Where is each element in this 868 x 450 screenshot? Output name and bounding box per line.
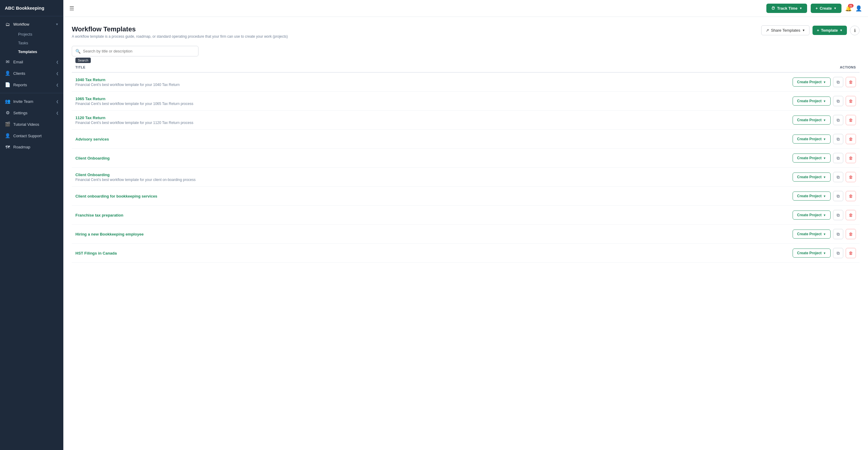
sidebar-item-label: Clients bbox=[13, 71, 25, 76]
info-icon: ℹ bbox=[854, 28, 856, 33]
create-project-button[interactable]: Create Project ▼ bbox=[793, 248, 831, 258]
notification-button[interactable]: 🔔 31 bbox=[845, 5, 852, 12]
copy-icon: ⧉ bbox=[837, 193, 840, 199]
email-icon: ✉ bbox=[5, 59, 10, 64]
delete-template-button[interactable]: 🗑 bbox=[846, 115, 856, 125]
sidebar-item-contact-support[interactable]: 👤 Contact Support bbox=[0, 130, 63, 142]
delete-template-button[interactable]: 🗑 bbox=[846, 77, 856, 87]
trash-icon: 🗑 bbox=[849, 175, 853, 179]
create-project-button[interactable]: Create Project ▼ bbox=[793, 116, 831, 125]
delete-template-button[interactable]: 🗑 bbox=[846, 172, 856, 182]
copy-template-button[interactable]: ⧉ bbox=[833, 153, 843, 163]
sidebar-item-workflow[interactable]: 🗂 Workflow ▼ bbox=[0, 19, 63, 30]
create-project-button[interactable]: Create Project ▼ bbox=[793, 230, 831, 239]
template-title-link[interactable]: 1120 Tax Return bbox=[75, 116, 575, 120]
copy-template-button[interactable]: ⧉ bbox=[833, 191, 843, 201]
sidebar-item-reports[interactable]: 📄 Reports ❮ bbox=[0, 79, 63, 90]
chevron-down-icon: ▼ bbox=[802, 29, 805, 32]
sidebar: ABC Bookkeeping 🗂 Workflow ▼ Projects Ta… bbox=[0, 0, 63, 450]
chevron-right-icon: ❮ bbox=[56, 72, 59, 75]
actions-container: Create Project ▼ ⧉ 🗑 bbox=[582, 191, 856, 201]
copy-template-button[interactable]: ⧉ bbox=[833, 134, 843, 144]
copy-template-button[interactable]: ⧉ bbox=[833, 115, 843, 125]
template-label: Template bbox=[821, 28, 838, 33]
menu-icon[interactable]: ☰ bbox=[69, 5, 74, 12]
workflow-icon: 🗂 bbox=[5, 22, 10, 27]
add-template-button[interactable]: + Template ▼ bbox=[812, 26, 847, 35]
trash-icon: 🗑 bbox=[849, 137, 853, 142]
app-logo: ABC Bookkeeping bbox=[0, 0, 63, 16]
copy-template-button[interactable]: ⧉ bbox=[833, 172, 843, 182]
delete-template-button[interactable]: 🗑 bbox=[846, 191, 856, 201]
create-project-button[interactable]: Create Project ▼ bbox=[793, 173, 831, 182]
copy-icon: ⧉ bbox=[837, 80, 840, 85]
copy-template-button[interactable]: ⧉ bbox=[833, 229, 843, 239]
copy-icon: ⧉ bbox=[837, 251, 840, 256]
sidebar-item-email[interactable]: ✉ Email ❮ bbox=[0, 56, 63, 67]
roadmap-icon: 🗺 bbox=[5, 145, 10, 150]
template-title-link[interactable]: Franchise tax preparation bbox=[75, 213, 575, 217]
chevron-down-icon: ▼ bbox=[823, 119, 826, 122]
create-project-button[interactable]: Create Project ▼ bbox=[793, 153, 831, 162]
actions-cell: Create Project ▼ ⧉ 🗑 bbox=[579, 225, 860, 244]
actions-container: Create Project ▼ ⧉ 🗑 bbox=[582, 248, 856, 258]
table-row: Client onboarding for bookkeeping servic… bbox=[72, 187, 860, 206]
template-title-link[interactable]: 1065 Tax Return bbox=[75, 96, 575, 101]
create-project-button[interactable]: Create Project ▼ bbox=[793, 211, 831, 219]
contact-support-icon: 👤 bbox=[5, 133, 10, 139]
sidebar-item-templates[interactable]: Templates bbox=[13, 47, 63, 56]
sidebar-item-projects[interactable]: Projects bbox=[13, 30, 63, 39]
create-button[interactable]: + Create ▼ bbox=[811, 4, 841, 13]
template-title-link[interactable]: HST Filings in Canada bbox=[75, 251, 575, 256]
copy-template-button[interactable]: ⧉ bbox=[833, 210, 843, 220]
create-project-button[interactable]: Create Project ▼ bbox=[793, 78, 831, 87]
create-project-button[interactable]: Create Project ▼ bbox=[793, 96, 831, 106]
search-icon: 🔍 bbox=[75, 49, 81, 54]
delete-template-button[interactable]: 🗑 bbox=[846, 248, 856, 258]
track-time-button[interactable]: ⏱ Track Time ▼ bbox=[766, 4, 807, 13]
chevron-right-icon: ❮ bbox=[56, 111, 59, 115]
template-title-link[interactable]: Hiring a new Bookkeeping employee bbox=[75, 232, 575, 237]
create-project-button[interactable]: Create Project ▼ bbox=[793, 191, 831, 201]
actions-container: Create Project ▼ ⧉ 🗑 bbox=[582, 229, 856, 239]
sidebar-item-invite-team[interactable]: 👥 Invite Team ❮ bbox=[0, 96, 63, 107]
sidebar-item-tasks[interactable]: Tasks bbox=[13, 39, 63, 47]
sidebar-item-label: Contact Support bbox=[13, 133, 42, 138]
create-project-button[interactable]: Create Project ▼ bbox=[793, 134, 831, 144]
sidebar-item-settings[interactable]: ⚙ Settings ❮ bbox=[0, 107, 63, 119]
search-input[interactable] bbox=[72, 46, 198, 56]
sidebar-item-roadmap[interactable]: 🗺 Roadmap bbox=[0, 142, 63, 153]
copy-template-button[interactable]: ⧉ bbox=[833, 96, 843, 106]
chevron-right-icon: ❮ bbox=[56, 83, 59, 87]
table-row: Franchise tax preparation Create Project… bbox=[72, 206, 860, 225]
delete-template-button[interactable]: 🗑 bbox=[846, 229, 856, 239]
search-container: 🔍 Search bbox=[72, 46, 198, 56]
create-project-label: Create Project bbox=[797, 251, 822, 255]
copy-icon: ⧉ bbox=[837, 175, 840, 180]
template-title-link[interactable]: Client Onboarding bbox=[75, 173, 575, 177]
template-title-link[interactable]: Advisory services bbox=[75, 137, 575, 142]
copy-template-button[interactable]: ⧉ bbox=[833, 248, 843, 258]
create-project-label: Create Project bbox=[797, 156, 822, 160]
settings-icon: ⚙ bbox=[5, 110, 10, 116]
template-cell: HST Filings in Canada bbox=[72, 244, 579, 263]
delete-template-button[interactable]: 🗑 bbox=[846, 134, 856, 144]
create-label: Create bbox=[820, 6, 832, 10]
delete-template-button[interactable]: 🗑 bbox=[846, 96, 856, 106]
avatar-button[interactable]: 👤 bbox=[855, 5, 862, 12]
share-templates-label: Share Templates bbox=[771, 28, 800, 33]
template-description: Financial Cent's best workflow template … bbox=[75, 83, 575, 87]
info-button[interactable]: ℹ bbox=[850, 26, 860, 35]
template-title-link[interactable]: Client onboarding for bookkeeping servic… bbox=[75, 194, 575, 199]
copy-template-button[interactable]: ⧉ bbox=[833, 77, 843, 87]
sidebar-item-clients[interactable]: 👤 Clients ❮ bbox=[0, 67, 63, 79]
delete-template-button[interactable]: 🗑 bbox=[846, 210, 856, 220]
template-title-link[interactable]: Client Onboarding bbox=[75, 156, 575, 160]
share-templates-button[interactable]: ↗ Share Templates ▼ bbox=[761, 25, 809, 35]
chevron-right-icon: ❮ bbox=[56, 60, 59, 64]
clock-icon: ⏱ bbox=[771, 6, 775, 10]
sidebar-item-tutorial-videos[interactable]: 🎬 Tutorial Videos bbox=[0, 119, 63, 130]
template-title-link[interactable]: 1040 Tax Return bbox=[75, 78, 575, 82]
delete-template-button[interactable]: 🗑 bbox=[846, 153, 856, 163]
trash-icon: 🗑 bbox=[849, 80, 853, 85]
